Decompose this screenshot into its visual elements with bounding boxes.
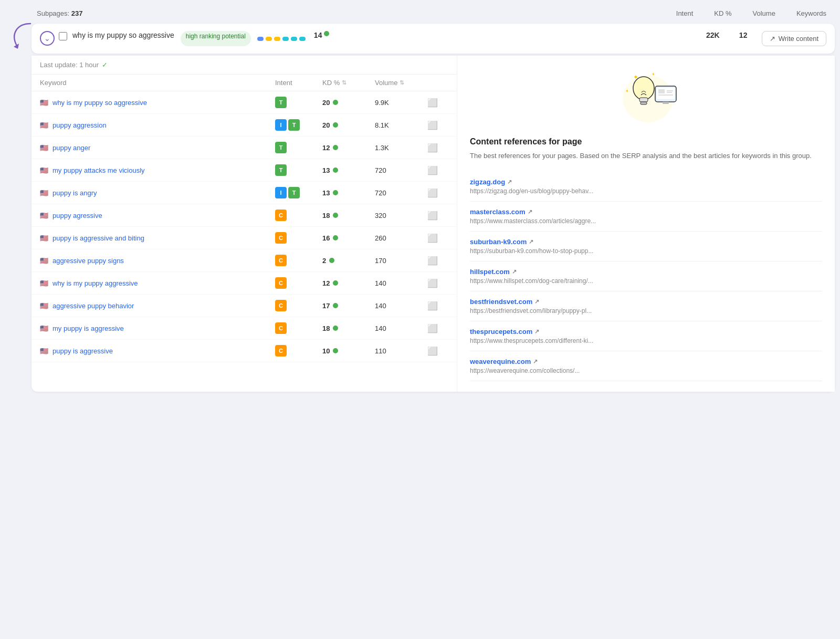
keyword-text[interactable]: puppy anger	[52, 144, 90, 152]
kd-filter-icon[interactable]: ⇅	[342, 79, 346, 86]
kd-status-dot	[333, 326, 338, 331]
keyword-text[interactable]: why is my puppy aggressive	[52, 279, 138, 287]
external-link-icon[interactable]: ↗	[533, 358, 538, 365]
keyword-cell[interactable]: 🇺🇸my puppy is aggressive	[40, 324, 275, 332]
ref-domain[interactable]: thesprucepets.com ↗	[470, 328, 822, 336]
copy-icon[interactable]: ⬜	[427, 211, 448, 221]
write-icon: ↗	[770, 35, 775, 43]
copy-icon[interactable]: ⬜	[427, 165, 448, 175]
keyword-text[interactable]: aggressive puppy signs	[52, 257, 124, 265]
intent-cell: T	[275, 142, 322, 153]
copy-icon[interactable]: ⬜	[427, 323, 448, 333]
intent-badge-t: T	[288, 119, 300, 131]
keyword-cell[interactable]: 🇺🇸puppy agressive	[40, 212, 275, 219]
external-link-icon[interactable]: ↗	[507, 179, 512, 185]
keyword-cell[interactable]: 🇺🇸aggressive puppy behavior	[40, 302, 275, 310]
copy-icon[interactable]: ⬜	[427, 256, 448, 266]
keyword-text[interactable]: puppy is aggressive	[52, 347, 113, 355]
kd-cell: 16	[322, 234, 375, 242]
copy-icon[interactable]: ⬜	[427, 278, 448, 288]
copy-icon[interactable]: ⬜	[427, 120, 448, 130]
copy-icon[interactable]: ⬜	[427, 346, 448, 356]
ref-domain[interactable]: zigzag.dog ↗	[470, 178, 822, 186]
kd-cell: 18	[322, 212, 375, 219]
ref-domain[interactable]: masterclass.com ↗	[470, 208, 822, 216]
col-volume[interactable]: Volume ⇅	[375, 79, 427, 87]
copy-icon[interactable]: ⬜	[427, 143, 448, 153]
kd-status-dot	[333, 190, 338, 195]
ref-url: https://www.hillspet.com/dog-care/traini…	[470, 277, 822, 285]
keyword-text[interactable]: aggressive puppy behavior	[52, 302, 134, 310]
kd-cell: 13	[322, 166, 375, 174]
ref-domain-text[interactable]: thesprucepets.com	[470, 328, 532, 336]
keyword-cell[interactable]: 🇺🇸puppy anger	[40, 144, 275, 152]
table-row: 🇺🇸aggressive puppy signsC2170⬜	[32, 249, 457, 272]
copy-icon[interactable]: ⬜	[427, 233, 448, 243]
col-kd[interactable]: KD % ⇅	[322, 79, 375, 87]
kd-cell: 12	[322, 279, 375, 287]
keyword-text[interactable]: puppy is aggressive and biting	[52, 234, 144, 242]
kd-status-dot	[333, 213, 338, 218]
keyword-cell[interactable]: 🇺🇸puppy is aggressive and biting	[40, 234, 275, 242]
ref-domain-text[interactable]: zigzag.dog	[470, 178, 505, 186]
external-link-icon[interactable]: ↗	[534, 298, 539, 305]
table-row: 🇺🇸puppy agressiveC18320⬜	[32, 204, 457, 227]
kd-dot	[324, 31, 329, 36]
main-row-checkbox[interactable]	[59, 32, 67, 40]
keyword-text[interactable]: puppy aggression	[52, 121, 107, 129]
flag-icon: 🇺🇸	[40, 279, 48, 287]
ref-domain[interactable]: bestfriendsvet.com ↗	[470, 298, 822, 306]
keyword-text[interactable]: why is my puppy so aggressive	[52, 99, 147, 107]
ref-domain-text[interactable]: bestfriendsvet.com	[470, 298, 532, 306]
external-link-icon[interactable]: ↗	[512, 268, 517, 275]
intent-badge-t: T	[275, 97, 287, 108]
intent-cell: T	[275, 97, 322, 108]
copy-icon[interactable]: ⬜	[427, 301, 448, 311]
external-link-icon[interactable]: ↗	[529, 238, 533, 245]
ref-domain[interactable]: weaverequine.com ↗	[470, 358, 822, 365]
copy-icon[interactable]: ⬜	[427, 188, 448, 198]
intent-cell: C	[275, 277, 322, 289]
volume-cell: 110	[375, 347, 427, 355]
kd-status-dot	[333, 122, 338, 128]
ref-domain-text[interactable]: suburban-k9.com	[470, 238, 527, 246]
kd-cell: 20	[322, 99, 375, 107]
intent-cell: IT	[275, 119, 322, 131]
ref-domain[interactable]: hillspet.com ↗	[470, 268, 822, 276]
ref-url: https://weaverequine.com/collections/...	[470, 367, 822, 374]
keyword-cell[interactable]: 🇺🇸why is my puppy so aggressive	[40, 99, 275, 107]
keyword-cell[interactable]: 🇺🇸aggressive puppy signs	[40, 257, 275, 265]
keyword-text[interactable]: my puppy attacks me viciously	[52, 166, 145, 174]
expand-chevron[interactable]: ⌄	[40, 31, 55, 46]
external-link-icon[interactable]: ↗	[534, 328, 539, 335]
external-link-icon[interactable]: ↗	[528, 208, 532, 215]
keyword-cell[interactable]: 🇺🇸why is my puppy aggressive	[40, 279, 275, 287]
table-row: 🇺🇸aggressive puppy behaviorC17140⬜	[32, 295, 457, 317]
ref-domain[interactable]: suburban-k9.com ↗	[470, 238, 822, 246]
table-row: 🇺🇸my puppy is aggressiveC18140⬜	[32, 317, 457, 340]
vol-filter-icon[interactable]: ⇅	[400, 79, 404, 86]
kd-number: 12	[322, 144, 330, 152]
keyword-cell[interactable]: 🇺🇸puppy aggression	[40, 121, 275, 129]
flag-icon: 🇺🇸	[40, 302, 48, 310]
intent-header: Intent	[676, 9, 694, 17]
keyword-text[interactable]: puppy agressive	[52, 212, 102, 219]
intent-cell: IT	[275, 187, 322, 198]
kd-status-dot	[333, 303, 338, 308]
keyword-cell[interactable]: 🇺🇸my puppy attacks me viciously	[40, 166, 275, 174]
kd-cell: 18	[322, 324, 375, 332]
write-content-button[interactable]: ↗ Write content	[762, 31, 826, 46]
ref-domain-text[interactable]: weaverequine.com	[470, 358, 531, 365]
ref-domain-text[interactable]: masterclass.com	[470, 208, 526, 216]
keyword-cell[interactable]: 🇺🇸puppy is angry	[40, 189, 275, 197]
kd-number: 17	[322, 302, 330, 310]
main-keywords-count: 12	[736, 31, 751, 46]
ref-domain-text[interactable]: hillspet.com	[470, 268, 510, 276]
keyword-cell[interactable]: 🇺🇸puppy is aggressive	[40, 347, 275, 355]
keyword-text[interactable]: puppy is angry	[52, 189, 97, 197]
volume-cell: 140	[375, 302, 427, 310]
copy-icon[interactable]: ⬜	[427, 98, 448, 108]
kd-number: 18	[322, 212, 330, 219]
arrow-indicator	[6, 19, 35, 53]
keyword-text[interactable]: my puppy is aggressive	[52, 324, 124, 332]
